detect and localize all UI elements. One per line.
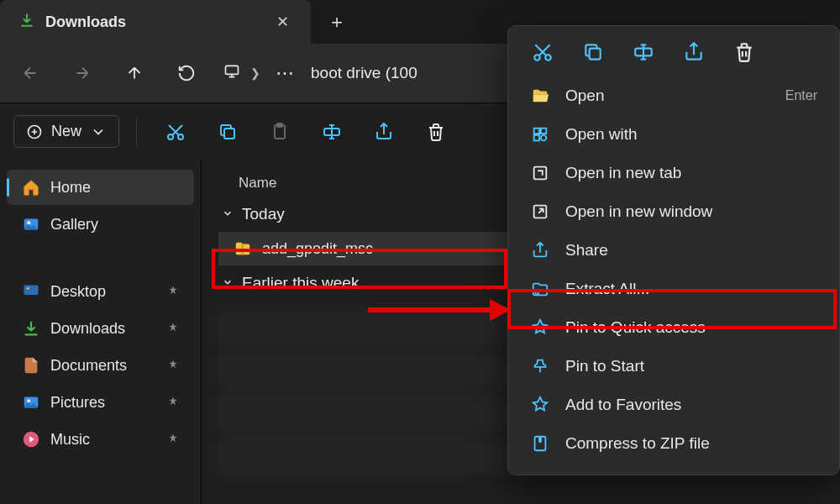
pin-icon — [167, 394, 179, 412]
menu-item-label: Open in new tab — [565, 164, 681, 182]
menu-item-compress-zip[interactable]: Compress to ZIP file — [508, 424, 839, 463]
svg-point-2 — [168, 134, 173, 139]
rename-icon[interactable] — [310, 113, 354, 150]
folder-open-icon — [530, 86, 550, 106]
rename-icon[interactable] — [633, 41, 654, 63]
svg-rect-4 — [224, 129, 234, 139]
forward-button[interactable] — [59, 53, 106, 93]
home-icon — [22, 178, 40, 197]
pictures-icon — [22, 393, 40, 412]
share-icon[interactable] — [362, 113, 406, 150]
svg-rect-11 — [24, 286, 39, 295]
chevron-down-icon — [222, 274, 234, 292]
breadcrumb[interactable]: ❯ ⋯ boot drive (100 — [215, 62, 417, 84]
gallery-icon — [22, 215, 40, 234]
pin-start-icon — [530, 356, 550, 376]
tab-title: Downloads — [45, 13, 260, 31]
menu-item-extract-all[interactable]: Extract All... — [508, 270, 839, 308]
tab-downloads[interactable]: Downloads ✕ — [0, 0, 311, 44]
pin-icon — [167, 320, 179, 338]
back-button[interactable] — [7, 53, 54, 93]
context-action-row — [508, 34, 839, 76]
delete-icon[interactable] — [733, 41, 755, 63]
menu-item-label: Open with — [565, 125, 638, 144]
sidebar-item-documents[interactable]: Documents — [7, 348, 194, 383]
cut-icon[interactable] — [154, 113, 197, 150]
menu-item-label: Open — [565, 87, 604, 105]
sidebar-item-label: Desktop — [50, 283, 106, 301]
sidebar-item-music[interactable]: Music — [7, 422, 194, 457]
svg-point-3 — [178, 134, 183, 139]
delete-icon[interactable] — [414, 113, 458, 150]
close-icon[interactable]: ✕ — [270, 9, 296, 34]
svg-point-17 — [534, 55, 540, 60]
chevron-down-icon — [222, 205, 234, 223]
refresh-button[interactable] — [163, 53, 210, 93]
desktop-icon — [22, 282, 40, 301]
menu-item-label: Compress to ZIP file — [565, 434, 710, 453]
sidebar-item-desktop[interactable]: Desktop — [7, 274, 194, 309]
download-icon — [22, 319, 40, 338]
sidebar-item-downloads[interactable]: Downloads — [7, 311, 194, 346]
sidebar-item-label: Home — [50, 179, 91, 197]
open-with-icon — [530, 124, 550, 144]
menu-item-open-new-window[interactable]: Open in new window — [508, 192, 839, 231]
sidebar: Home Gallery Desktop Downloads Documents… — [0, 160, 202, 504]
menu-item-label: Pin to Quick access — [565, 318, 706, 337]
svg-rect-23 — [534, 135, 539, 140]
menu-item-pin-quick-access[interactable]: Pin to Quick access — [508, 308, 839, 347]
pin-icon — [167, 283, 179, 301]
extract-icon — [530, 279, 550, 299]
menu-item-pin-start[interactable]: Pin to Start — [508, 347, 839, 386]
copy-icon[interactable] — [582, 41, 604, 63]
pin-icon — [167, 431, 179, 449]
menu-item-label: Pin to Start — [565, 357, 644, 375]
toolbar-separator — [136, 118, 137, 146]
breadcrumb-current[interactable]: boot drive (100 — [311, 64, 417, 82]
pin-icon — [530, 318, 550, 338]
new-tab-button[interactable]: ＋ — [311, 9, 363, 34]
chevron-right-icon: ❯ — [250, 66, 260, 80]
share-icon — [530, 240, 550, 260]
svg-rect-0 — [226, 66, 239, 74]
sidebar-item-label: Pictures — [50, 394, 105, 412]
sidebar-item-home[interactable]: Home — [7, 170, 194, 205]
svg-rect-22 — [541, 129, 546, 134]
svg-point-24 — [541, 135, 546, 140]
sidebar-item-gallery[interactable]: Gallery — [7, 207, 194, 242]
svg-rect-19 — [590, 49, 601, 60]
file-name: add_gpedit_msc — [262, 240, 373, 258]
svg-point-14 — [27, 399, 30, 402]
svg-rect-25 — [534, 167, 547, 180]
menu-item-share[interactable]: Share — [508, 231, 839, 270]
menu-item-label: Add to Favorites — [565, 396, 681, 414]
share-icon[interactable] — [683, 41, 705, 63]
menu-item-open-new-tab[interactable]: Open in new tab — [508, 154, 839, 192]
group-label: Earlier this week — [242, 274, 359, 292]
up-button[interactable] — [111, 53, 158, 93]
sidebar-item-label: Music — [50, 431, 90, 449]
svg-point-12 — [27, 287, 29, 290]
new-tab-icon — [530, 163, 550, 183]
copy-icon[interactable] — [206, 113, 249, 150]
overflow-icon[interactable]: ⋯ — [270, 62, 301, 84]
menu-item-add-favorites[interactable]: Add to Favorites — [508, 386, 839, 424]
menu-item-label: Share — [565, 241, 608, 260]
menu-item-open[interactable]: Open Enter — [508, 76, 839, 115]
music-icon — [22, 430, 40, 449]
sidebar-item-pictures[interactable]: Pictures — [7, 385, 194, 420]
svg-rect-16 — [241, 244, 244, 255]
svg-point-18 — [545, 55, 551, 60]
svg-point-9 — [27, 221, 30, 224]
pin-icon — [167, 357, 179, 375]
cut-icon[interactable] — [532, 41, 554, 63]
paste-icon[interactable] — [258, 113, 302, 150]
group-label: Today — [242, 205, 285, 223]
new-button[interactable]: New — [13, 115, 119, 148]
context-menu: Open Enter Open with Open in new tab Ope… — [507, 25, 840, 475]
menu-item-open-with[interactable]: Open with — [508, 115, 839, 154]
svg-rect-21 — [534, 129, 539, 134]
sidebar-item-label: Documents — [50, 357, 127, 375]
menu-item-label: Extract All... — [565, 280, 649, 298]
monitor-icon — [223, 63, 240, 83]
